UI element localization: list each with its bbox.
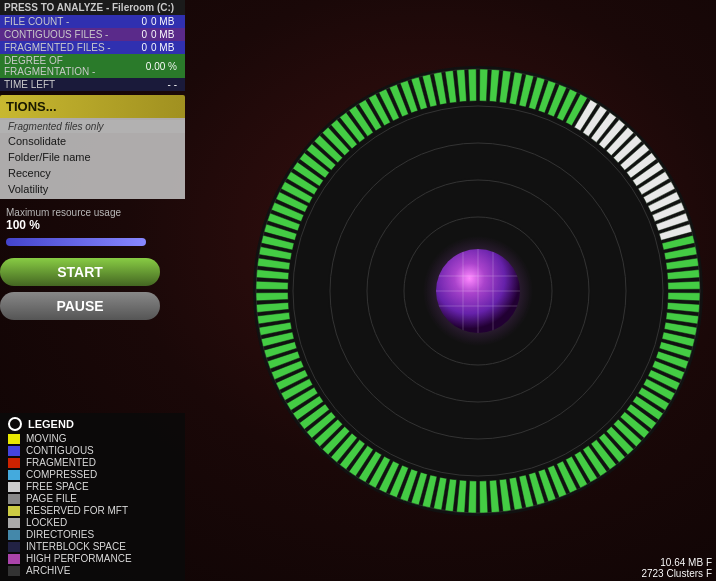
start-button[interactable]: START xyxy=(0,258,160,286)
legend-color-swatch xyxy=(8,518,20,528)
legend-title: LEGEND xyxy=(8,417,177,431)
fragmented-value: 0 xyxy=(127,42,147,53)
fragmented-row: FRAGMENTED FILES - 0 0 MB xyxy=(0,41,185,54)
disk-size: 10.64 MB F xyxy=(641,557,712,568)
legend-item: FRAGMENTED xyxy=(8,457,177,468)
legend-item-label: HIGH PERFORMANCE xyxy=(26,553,132,564)
legend-color-swatch xyxy=(8,506,20,516)
legend-item-label: RESERVED FOR MFT xyxy=(26,505,128,516)
option-volatility[interactable]: Volatility xyxy=(0,181,185,197)
legend-items: MOVING CONTIGUOUS FRAGMENTED COMPRESSED … xyxy=(8,433,177,576)
action-buttons: START PAUSE xyxy=(0,258,185,320)
legend-item-label: MOVING xyxy=(26,433,67,444)
slider-area[interactable] xyxy=(0,234,185,250)
fragmented-label: FRAGMENTED FILES - xyxy=(4,42,127,53)
legend-color-swatch xyxy=(8,554,20,564)
legend-item-label: FRAGMENTED xyxy=(26,457,96,468)
option-consolidate[interactable]: Consolidate xyxy=(0,133,185,149)
stats-title: PRESS TO ANALYZE - Fileroom (C:) xyxy=(0,0,185,15)
time-label: TIME LEFT xyxy=(4,79,157,90)
legend-item: LOCKED xyxy=(8,517,177,528)
file-count-row: FILE COUNT - 0 0 MB xyxy=(0,15,185,28)
disk-clusters: 2723 Clusters F xyxy=(641,568,712,579)
legend-item-label: INTERBLOCK SPACE xyxy=(26,541,126,552)
legend-section: LEGEND MOVING CONTIGUOUS FRAGMENTED COMP… xyxy=(0,413,185,581)
pause-button[interactable]: PAUSE xyxy=(0,292,160,320)
degree-row: DEGREE OF FRAGMENTATION - 0.00 % xyxy=(0,54,185,78)
legend-item: RESERVED FOR MFT xyxy=(8,505,177,516)
contiguous-value: 0 xyxy=(127,29,147,40)
legend-color-swatch xyxy=(8,470,20,480)
options-list: Fragmented files only Consolidate Folder… xyxy=(0,118,185,199)
legend-color-swatch xyxy=(8,458,20,468)
contiguous-row: CONTIGUOUS FILES - 0 0 MB xyxy=(0,28,185,41)
bottom-right-info: 10.64 MB F 2723 Clusters F xyxy=(641,557,712,579)
legend-item-label: FREE SPACE xyxy=(26,481,89,492)
time-row: TIME LEFT - - xyxy=(0,78,185,91)
legend-item-label: ARCHIVE xyxy=(26,565,70,576)
degree-label: DEGREE OF FRAGMENTATION - xyxy=(4,55,146,77)
legend-item: HIGH PERFORMANCE xyxy=(8,553,177,564)
disk-visualization xyxy=(186,0,716,581)
legend-item: ARCHIVE xyxy=(8,565,177,576)
degree-value: 0.00 % xyxy=(146,61,177,72)
legend-color-swatch xyxy=(8,530,20,540)
options-section: TIONS... Fragmented files only Consolida… xyxy=(0,95,185,199)
left-panel: PRESS TO ANALYZE - Fileroom (C:) FILE CO… xyxy=(0,0,185,581)
stats-bar: PRESS TO ANALYZE - Fileroom (C:) FILE CO… xyxy=(0,0,185,91)
legend-color-swatch xyxy=(8,566,20,576)
option-recency[interactable]: Recency xyxy=(0,165,185,181)
legend-item: FREE SPACE xyxy=(8,481,177,492)
legend-item: CONTIGUOUS xyxy=(8,445,177,456)
legend-item: MOVING xyxy=(8,433,177,444)
contiguous-mb: 0 MB xyxy=(151,29,181,40)
fragmented-files-label: Fragmented files only xyxy=(0,120,185,133)
resource-section: Maximum resource usage 100 % xyxy=(0,205,185,234)
legend-item: PAGE FILE xyxy=(8,493,177,504)
resource-label: Maximum resource usage xyxy=(6,207,179,218)
options-header[interactable]: TIONS... xyxy=(0,95,185,118)
legend-color-swatch xyxy=(8,542,20,552)
legend-color-swatch xyxy=(8,482,20,492)
fragmented-mb: 0 MB xyxy=(151,42,181,53)
legend-item-label: CONTIGUOUS xyxy=(26,445,94,456)
file-count-mb: 0 MB xyxy=(151,16,181,27)
legend-item-label: DIRECTORIES xyxy=(26,529,94,540)
legend-item: DIRECTORIES xyxy=(8,529,177,540)
time-value: - - xyxy=(157,79,177,90)
legend-circle-icon xyxy=(8,417,22,431)
legend-item-label: COMPRESSED xyxy=(26,469,97,480)
legend-item: INTERBLOCK SPACE xyxy=(8,541,177,552)
disk-svg xyxy=(248,61,708,521)
legend-item: COMPRESSED xyxy=(8,469,177,480)
option-folder-file[interactable]: Folder/File name xyxy=(0,149,185,165)
file-count-value: 0 xyxy=(127,16,147,27)
resource-value: 100 % xyxy=(6,218,179,232)
legend-color-swatch xyxy=(8,434,20,444)
legend-color-swatch xyxy=(8,446,20,456)
legend-color-swatch xyxy=(8,494,20,504)
legend-item-label: LOCKED xyxy=(26,517,67,528)
contiguous-label: CONTIGUOUS FILES - xyxy=(4,29,127,40)
legend-item-label: PAGE FILE xyxy=(26,493,77,504)
resource-slider[interactable] xyxy=(6,238,146,246)
file-count-label: FILE COUNT - xyxy=(4,16,127,27)
